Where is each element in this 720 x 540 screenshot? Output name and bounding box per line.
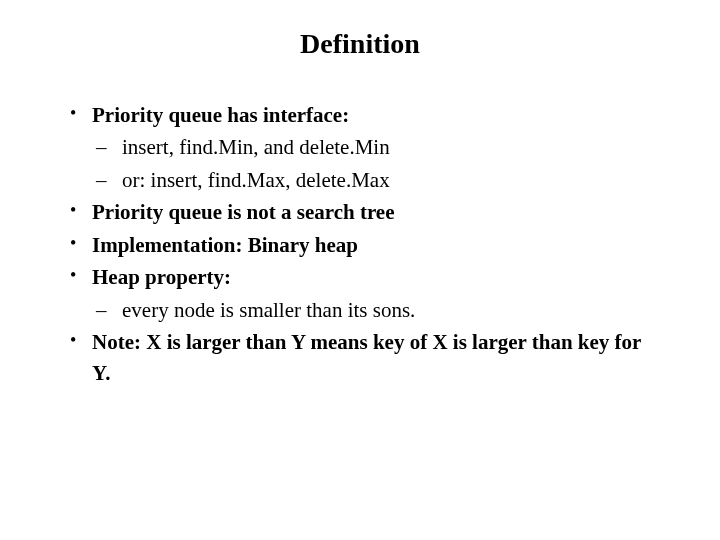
item-text: Priority queue has interface:: [92, 103, 349, 127]
slide-title: Definition: [40, 28, 680, 60]
list-item: Note: X is larger than Y means key of X …: [70, 327, 660, 388]
list-item: insert, find.Min, and delete.Min: [92, 132, 660, 162]
list-item: Priority queue is not a search tree: [70, 197, 660, 227]
item-text: Priority queue is not a search tree: [92, 200, 395, 224]
item-text: Implementation: Binary heap: [92, 233, 358, 257]
item-text: Heap property:: [92, 265, 231, 289]
list-item: Implementation: Binary heap: [70, 230, 660, 260]
list-item: or: insert, find.Max, delete.Max: [92, 165, 660, 195]
sub-list: insert, find.Min, and delete.Min or: ins…: [92, 132, 660, 195]
sub-list: every node is smaller than its sons.: [92, 295, 660, 325]
item-text: Note: X is larger than Y means key of X …: [92, 330, 641, 384]
list-item: Heap property: every node is smaller tha…: [70, 262, 660, 325]
list-item: every node is smaller than its sons.: [92, 295, 660, 325]
list-item: Priority queue has interface: insert, fi…: [70, 100, 660, 195]
bullet-list: Priority queue has interface: insert, fi…: [70, 100, 660, 388]
slide-content: Priority queue has interface: insert, fi…: [40, 100, 680, 388]
